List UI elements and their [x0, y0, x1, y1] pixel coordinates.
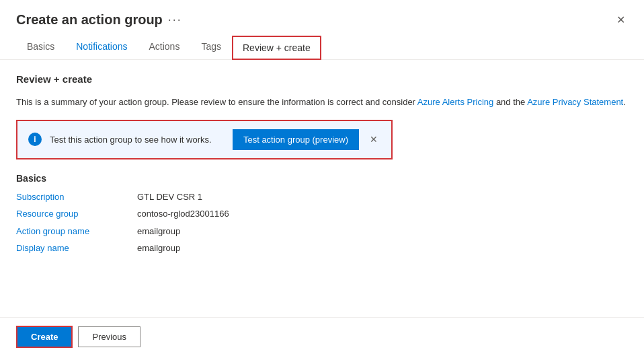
tab-review-create[interactable]: Review + create: [232, 36, 321, 60]
dialog-footer: Create Previous: [0, 317, 644, 356]
tab-tags[interactable]: Tags: [190, 34, 232, 60]
field-action-group-name: Action group name emailgroup: [16, 225, 628, 238]
info-box-text: Test this action group to see how it wor…: [50, 135, 225, 145]
field-value-subscription: GTL DEV CSR 1: [137, 190, 202, 204]
dialog-title-ellipsis: ···: [168, 13, 182, 27]
dialog-title-text: Create an action group: [16, 12, 163, 28]
field-label-subscription: Subscription: [16, 190, 137, 204]
field-label-action-group-name: Action group name: [16, 225, 137, 238]
field-subscription: Subscription GTL DEV CSR 1: [16, 190, 628, 204]
basics-section: Basics Subscription GTL DEV CSR 1 Resour…: [16, 173, 628, 255]
azure-alerts-link[interactable]: Azure Alerts Pricing: [417, 97, 493, 107]
field-value-display-name: emailgroup: [137, 242, 180, 255]
tab-basics[interactable]: Basics: [16, 34, 65, 60]
main-content: Review + create This is a summary of you…: [0, 60, 644, 317]
info-icon: i: [28, 133, 42, 146]
basics-section-title: Basics: [16, 173, 628, 184]
dialog-title: Create an action group ···: [16, 12, 182, 28]
azure-privacy-link[interactable]: Azure Privacy Statement: [527, 97, 623, 107]
close-button[interactable]: ✕: [614, 11, 628, 29]
previous-button[interactable]: Previous: [78, 326, 140, 347]
tabs-bar: Basics Notifications Actions Tags Review…: [0, 34, 644, 60]
info-close-icon: ✕: [370, 134, 378, 145]
field-label-display-name: Display name: [16, 242, 137, 255]
info-box: i Test this action group to see how it w…: [16, 120, 393, 159]
dialog-header: Create an action group ··· ✕: [0, 0, 644, 34]
field-value-action-group-name: emailgroup: [137, 225, 180, 238]
section-title: Review + create: [16, 73, 628, 85]
field-value-resource-group: contoso-rglod23001166: [137, 207, 229, 221]
tab-notifications[interactable]: Notifications: [65, 34, 138, 60]
field-resource-group: Resource group contoso-rglod23001166: [16, 207, 628, 221]
summary-description: This is a summary of your action group. …: [16, 96, 628, 109]
info-box-close-button[interactable]: ✕: [367, 134, 380, 145]
close-icon: ✕: [616, 13, 625, 26]
tab-actions[interactable]: Actions: [138, 34, 191, 60]
create-button[interactable]: Create: [16, 326, 73, 348]
test-action-group-button[interactable]: Test action group (preview): [233, 129, 359, 150]
field-label-resource-group: Resource group: [16, 207, 137, 221]
create-action-group-dialog: Create an action group ··· ✕ Basics Noti…: [0, 0, 644, 356]
field-display-name: Display name emailgroup: [16, 242, 628, 255]
